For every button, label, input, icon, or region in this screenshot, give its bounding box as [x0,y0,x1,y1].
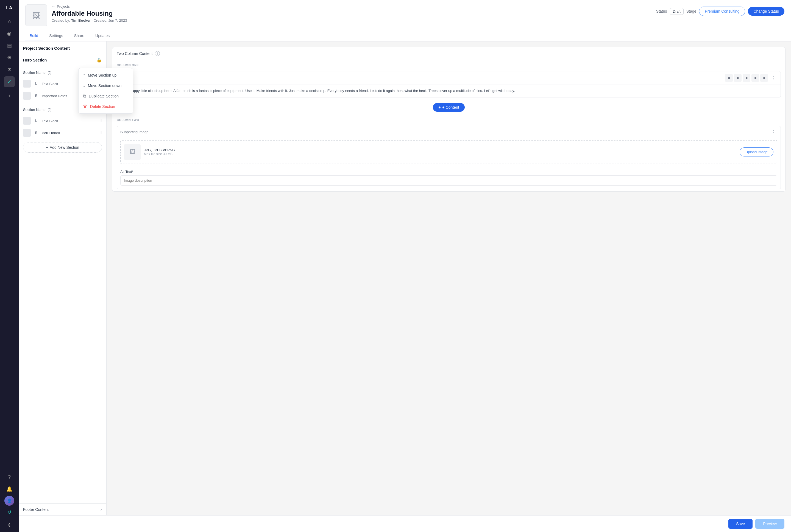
upload-area: 🖼 JPG, JPEG or PNG Max file size 30 MB U… [120,140,777,164]
status-label: Status [656,9,667,14]
breadcrumb[interactable]: ← Projects [52,4,127,8]
avatar[interactable]: 👤 [4,496,14,506]
footer-content-row[interactable]: Footer Content › [19,504,106,515]
users-icon[interactable]: ◉ [4,28,15,39]
arrow-down-icon: ↓ [83,83,85,88]
text-block-menu-btn[interactable]: ⋮ [770,75,777,81]
alt-text-section: Alt Text* [117,166,780,189]
right-panel: Two Column Content i COLUMN ONE … ■ ■ ■ [107,41,791,515]
drag-handle-icon[interactable]: ⠿ [99,119,102,123]
project-title: Affordable Housing [52,10,127,17]
image-icon: 🖼 [129,149,135,156]
app-logo: LA [6,3,12,15]
back-arrow-icon: ← [52,4,55,8]
mail-icon[interactable]: ✉ [4,64,15,75]
chevron-right-icon: › [100,507,102,512]
add-content-button[interactable]: + + Content [433,103,464,112]
breadcrumb-label: Projects [57,4,70,8]
sidebar: LA ⌂ ◉ ▤ ☀ ✉ ✓ + ? 🔔 👤 ↺ ❮ [0,0,19,532]
tab-build[interactable]: Build [25,31,42,41]
project-thumbnail: 🖼 [25,4,47,26]
context-menu: ↑ Move Section up ↓ Move Section down ⧉ … [78,68,133,114]
upload-size: Max file size 30 MB [144,152,736,156]
supporting-image-menu-btn[interactable]: ⋮ [770,129,777,135]
toolbar-btn-1[interactable]: ■ [725,74,733,82]
text-content: some happy little clouds up here. A fan … [117,85,780,97]
section1-label: Section Name [2] [23,71,52,75]
duplicate-section-item[interactable]: ⧉ Duplicate Section [78,91,133,101]
save-button[interactable]: Save [729,519,753,529]
delete-section-item[interactable]: 🗑 Delete Section [78,101,133,112]
header: 🖼 ← Projects Affordable Housing Created … [19,0,791,41]
upload-info: JPG, JPEG or PNG Max file size 30 MB [144,148,736,156]
toolbar-btn-2[interactable]: ■ [734,74,741,82]
toolbar-btn-3[interactable]: ■ [743,74,750,82]
alt-text-label: Alt Text* [120,170,777,174]
hero-section-label: Hero Section [23,58,47,62]
status-badge: Draft [670,8,684,15]
tab-updates[interactable]: Updates [91,31,114,41]
upload-image-button[interactable]: Upload Image [740,147,773,156]
arrow-up-icon: ↑ [83,73,85,78]
tab-share[interactable]: Share [70,31,89,41]
add-new-section-button[interactable]: + Add New Section [23,142,102,153]
toolbar-btn-5[interactable]: ■ [760,74,768,82]
preview-button[interactable]: Preview [755,519,785,529]
panel-title: Project Section Content [19,41,106,54]
move-section-down-item[interactable]: ↓ Move Section down [78,80,133,91]
project-meta: Created by: Tim Booker · Created: Jun 7,… [52,18,127,22]
section2-label: Section Name [2] [23,108,52,112]
two-column-card: Two Column Content i COLUMN ONE … ■ ■ ■ [112,47,786,192]
item-thumbnail [23,129,31,137]
column-one-label: COLUMN ONE [112,60,785,69]
list-item[interactable]: R Poll Embed ⠿ [19,127,106,139]
upload-format: JPG, JPEG or PNG [144,148,736,152]
bell-icon[interactable]: 🔔 [4,484,15,495]
bulb-icon[interactable]: ☀ [4,52,15,63]
plus-icon: + [438,105,441,110]
main-area: 🖼 ← Projects Affordable Housing Created … [19,0,791,532]
lock-icon: 🔒 [96,57,102,62]
refresh-icon[interactable]: ↺ [4,507,15,518]
item-thumbnail [23,92,31,100]
image-placeholder-icon: 🖼 [32,11,40,20]
info-icon[interactable]: i [155,51,160,56]
card-title: Two Column Content i [117,51,160,56]
tabs: Build Settings Share Updates [25,31,785,41]
drag-handle-icon[interactable]: ⠿ [99,131,102,135]
change-status-button[interactable]: Change Status [748,7,785,16]
tab-settings[interactable]: Settings [45,31,68,41]
duplicate-icon: ⧉ [83,94,86,98]
move-section-up-item[interactable]: ↑ Move Section up [78,70,133,80]
text-block-card: … ■ ■ ■ ■ ■ ⋮ some happy litt [117,71,781,97]
content-area: Project Section Content Hero Section 🔒 S… [19,41,791,515]
trash-icon: 🗑 [83,104,87,109]
column-two-label: COLUMN TWO [112,115,785,124]
supporting-image-title: Supporting Image [120,130,149,134]
check-icon[interactable]: ✓ [4,76,15,87]
item-thumbnail [23,80,31,88]
upload-thumbnail: 🖼 [124,144,141,160]
list-item[interactable]: L Text Block ⠿ [19,115,106,127]
home-icon[interactable]: ⌂ [4,16,15,27]
footer-label: Footer Content [23,507,49,512]
alt-text-input[interactable] [120,175,777,186]
sidebar-collapse-btn[interactable]: ❮ [0,520,19,529]
plus-icon: + [46,145,48,150]
bottom-bar: Save Preview [19,515,791,532]
item-thumbnail [23,117,31,125]
supporting-image-card: Supporting Image ⋮ 🖼 JPG, JPEG or PNG Ma… [117,126,781,189]
folder-icon[interactable]: ▤ [4,40,15,51]
hero-section-header: Hero Section 🔒 [19,54,106,65]
toolbar: ■ ■ ■ ■ ■ [725,74,768,82]
toolbar-btn-4[interactable]: ■ [752,74,759,82]
premium-consulting-button[interactable]: Premium Consulting [699,6,745,16]
status-stage: Stage [686,9,697,14]
plus-icon[interactable]: + [4,91,15,101]
question-icon[interactable]: ? [4,472,15,482]
